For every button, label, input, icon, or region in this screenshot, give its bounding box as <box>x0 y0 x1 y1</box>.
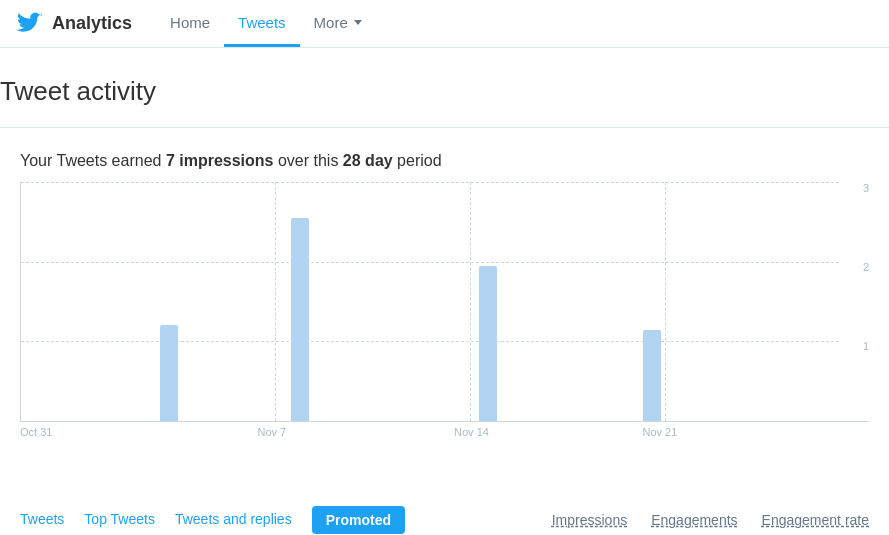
metric-engagement-rate[interactable]: Engagement rate <box>762 512 869 528</box>
brand-label: Analytics <box>52 13 132 34</box>
nav: Home Tweets More <box>156 0 376 47</box>
x-label-nov7: Nov 7 <box>258 426 287 438</box>
page-content: Your Tweets earned 7 impressions over th… <box>0 128 889 535</box>
bottom-tabs: Tweets Top Tweets Tweets and replies Pro… <box>20 506 869 535</box>
tab-tweets-replies[interactable]: Tweets and replies <box>175 511 292 529</box>
bars-area <box>21 182 839 421</box>
y-label-2: 2 <box>863 261 869 273</box>
tab-top-tweets[interactable]: Top Tweets <box>84 511 155 529</box>
chevron-down-icon <box>354 20 362 25</box>
x-label-oct31: Oct 31 <box>20 426 52 438</box>
chart: 3 2 1 <box>20 182 869 422</box>
x-label-nov14: Nov 14 <box>454 426 489 438</box>
nav-more[interactable]: More <box>300 0 376 47</box>
bar-2 <box>291 218 309 421</box>
metric-impressions[interactable]: Impressions <box>552 512 627 528</box>
x-label-nov21: Nov 21 <box>642 426 677 438</box>
nav-tweets[interactable]: Tweets <box>224 0 300 47</box>
brand: Analytics <box>16 12 132 36</box>
bar-1 <box>160 325 178 421</box>
impressions-summary: Your Tweets earned 7 impressions over th… <box>20 128 869 178</box>
chart-section: Your Tweets earned 7 impressions over th… <box>0 128 889 535</box>
page-title: Tweet activity <box>0 76 889 107</box>
bar-4 <box>643 330 661 421</box>
page-header-strip: Tweet activity <box>0 48 889 128</box>
y-label-3: 3 <box>863 182 869 194</box>
header: Analytics Home Tweets More <box>0 0 889 48</box>
nav-home[interactable]: Home <box>156 0 224 47</box>
tab-tweets[interactable]: Tweets <box>20 511 64 529</box>
grid-line-bottom <box>21 421 839 422</box>
y-axis: 3 2 1 <box>839 182 869 421</box>
y-label-1: 1 <box>863 340 869 352</box>
x-axis: Oct 31 Nov 7 Nov 14 Nov 21 <box>20 426 839 450</box>
impressions-count: 7 impressions <box>166 152 274 169</box>
activity-header: Tweet activity <box>0 48 889 128</box>
metric-engagements[interactable]: Engagements <box>651 512 737 528</box>
bar-3 <box>479 266 497 421</box>
days-count: 28 day <box>343 152 393 169</box>
tab-promoted-button[interactable]: Promoted <box>312 506 405 534</box>
twitter-logo <box>16 12 44 36</box>
